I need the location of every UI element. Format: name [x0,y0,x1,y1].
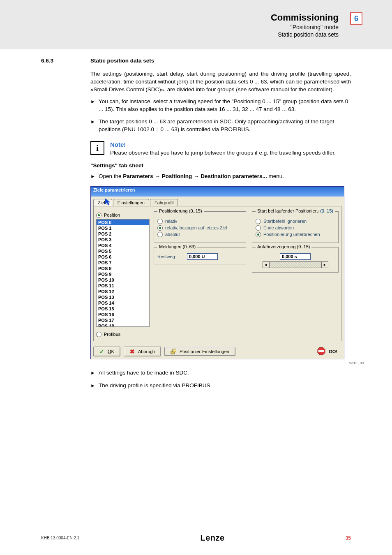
abbruch-button[interactable]: ✖ Abbruch [124,347,161,356]
list-item[interactable]: POS 3 [97,237,149,243]
section-title: Static position data sets [90,58,154,64]
open-menu-step: Open the Parameters → Positioning → Dest… [90,173,351,180]
radio-ignore[interactable]: Startbefehl ignorieren [256,219,335,224]
restweg-label: Restweg: [157,254,183,259]
page-subtitle-mode: "Positioning" mode [271,24,339,30]
dialog-window: Ziele parametrieren Ziele Einstellungen … [90,186,344,359]
list-item[interactable]: POS 8 [97,266,149,271]
footer-doc-id: KHB 13.0004-EN 2.1 [0,536,79,540]
svg-marker-0 [105,199,110,205]
list-item[interactable]: POS 9 [97,271,149,277]
list-item[interactable]: POS 5 [97,248,149,254]
page-number: 35 [346,535,392,541]
info-icon: i [90,141,104,155]
list-item[interactable]: POS 16 [97,312,149,317]
section-number: 6.6.3 [41,58,74,64]
anfahr-input[interactable]: 0,000 s [280,253,311,260]
list-item[interactable]: POS 18 [97,323,149,327]
radio-profibus[interactable]: Profibus [96,332,150,337]
list-item[interactable]: POS 2 [97,231,149,237]
go-button[interactable]: GO! [329,349,341,354]
positionier-einstellungen-button[interactable]: Positionier-Einstellungen [164,347,235,356]
list-item[interactable]: POS 10 [97,277,149,283]
list-item[interactable]: POS 0 [97,220,149,225]
bullet-profibus: The driving profile is specified via PRO… [90,382,351,390]
list-item[interactable]: POS 11 [97,283,149,289]
note-title: Note! [110,141,336,148]
tab-fahrprofil[interactable]: Fahrprofil [150,199,178,206]
group-positionierung: Positionierung (0..15) relativ relativ, … [154,211,246,243]
list-item[interactable]: POS 14 [97,300,149,306]
svg-rect-2 [173,349,176,352]
position-listbox[interactable]: POS 0 POS 1 POS 2 POS 3 POS 4 POS 5 POS … [96,219,150,327]
lenze-logo: Lenze [200,533,224,542]
radio-absolut[interactable]: absolut [157,232,242,237]
list-item[interactable]: POS 12 [97,289,149,294]
cursor-icon [105,199,113,208]
svg-rect-4 [318,350,324,352]
bullet-groups: You can, for instance, select a travelli… [90,98,351,113]
list-item[interactable]: POS 1 [97,225,149,231]
chapter-badge: 6 [350,12,362,25]
restweg-input[interactable]: 0,000 U [187,253,218,260]
note-body: Please observe that you have to jump bet… [110,150,336,156]
slider-left-icon[interactable]: ◄ [263,261,269,268]
radio-ende[interactable]: Ende abwarten [256,225,335,231]
page-title: Commissioning [271,12,339,23]
list-item[interactable]: POS 17 [97,317,149,323]
page-subtitle-section: Static position data sets [271,31,339,38]
paragraph-intro: The settings (positioning, start delay, … [90,70,351,94]
slider-right-icon[interactable]: ► [322,261,328,268]
bullet-sdc: All settings have to be made in SDC. [90,369,351,377]
radio-unterbrechen[interactable]: Positionierung unterbrechen [256,232,335,237]
figure-id: 931E_33 [349,361,351,365]
list-item[interactable]: POS 13 [97,294,149,300]
close-icon: ✖ [130,348,135,355]
list-item[interactable]: POS 6 [97,254,149,260]
radio-relativ-last[interactable]: relativ, bezogen auf letztes Ziel [157,225,242,231]
list-item[interactable]: POS 15 [97,306,149,312]
anfahr-slider[interactable]: ◄ ► [263,261,328,268]
tab-einstellungen[interactable]: Einstellungen [113,199,149,206]
settings-icon [171,349,176,354]
list-item[interactable]: POS 7 [97,260,149,266]
group-start: Start bei laufender Positionierung (0..1… [252,211,339,243]
radio-position[interactable]: Position [96,213,150,218]
radio-relativ[interactable]: relativ [157,219,242,224]
check-icon: ✓ [99,348,104,355]
bullet-target-positions: The target positions 0 ... 63 are parame… [90,118,351,134]
group-anfahr: Anfahrverzögerung (0..15) 0,000 s ◄ ► [252,247,339,273]
settings-tab-heading: "Settings" tab sheet [90,162,351,169]
tab-ziele[interactable]: Ziele [93,199,112,206]
group-meldungen: Meldungen (0..63) Restweg: 0,000 U [154,247,246,264]
window-title: Ziele parametrieren [91,187,344,197]
stop-icon[interactable] [317,347,325,356]
ok-button[interactable]: ✓ OK [93,347,120,356]
list-item[interactable]: POS 4 [97,243,149,248]
